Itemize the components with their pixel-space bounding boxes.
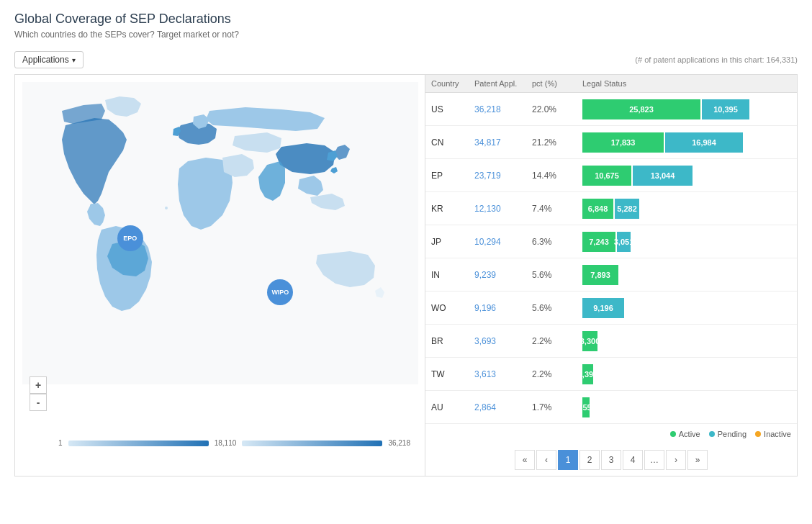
legend-active: Active [670, 430, 700, 438]
pct-value: 6.3% [532, 237, 582, 247]
table-row: EP 23,719 14.4% 10,67513,044 [425, 159, 797, 192]
table-row: JP 10,294 6.3% 7,2433,051 [425, 225, 797, 258]
legend-gradient-2 [242, 441, 382, 446]
patent-link[interactable]: 23,719 [474, 171, 501, 181]
pct-value: 5.6% [532, 270, 582, 280]
zoom-in-button[interactable]: + [30, 376, 47, 394]
patent-link[interactable]: 10,294 [474, 237, 501, 247]
col-country: Country [431, 79, 474, 88]
bar-container: 6,8485,282 [582, 199, 791, 219]
patent-link[interactable]: 9,196 [474, 303, 496, 313]
bar-container: 25,82310,395 [582, 99, 791, 119]
pending-label: Pending [718, 430, 746, 438]
pct-value: 2.2% [532, 369, 582, 379]
legend-gradient [68, 441, 209, 446]
page-1[interactable]: 1 [558, 450, 578, 470]
epo-label[interactable]: EPO [117, 225, 143, 251]
table-header: Country Patent Appl. pct (%) Legal Statu… [425, 75, 797, 93]
country-code: IN [431, 270, 474, 280]
patent-link[interactable]: 3,693 [474, 336, 496, 346]
active-bar: 6,848 [582, 199, 613, 219]
inactive-dot [755, 431, 761, 437]
page-first[interactable]: « [515, 450, 535, 470]
page-2[interactable]: 2 [579, 450, 600, 470]
table-row: AU 2,864 1.7% 1,551 [425, 391, 797, 424]
pending-bar: 9,196 [582, 298, 624, 318]
col-legal-status: Legal Status [582, 79, 791, 88]
active-bar: 10,675 [582, 166, 631, 186]
country-code: JP [431, 237, 474, 247]
bar-container: 2,396 [582, 364, 791, 384]
bar-container: 17,83316,984 [582, 132, 791, 153]
page-next[interactable]: › [666, 450, 686, 470]
table-row: BR 3,693 2.2% 3,300 [425, 325, 797, 358]
pct-value: 22.0% [532, 104, 582, 114]
pct-value: 1.7% [532, 402, 582, 412]
table-row: WO 9,196 5.6% 9,196 [425, 292, 797, 325]
pending-bar: 3,051 [617, 232, 631, 252]
pct-value: 5.6% [532, 303, 582, 313]
inactive-label: Inactive [764, 430, 791, 438]
col-pct: pct (%) [532, 79, 582, 88]
legend-inactive: Inactive [755, 430, 791, 438]
active-bar: 25,823 [582, 99, 700, 119]
chart-count: (# of patent applications in this chart:… [635, 55, 798, 64]
country-code: KR [431, 204, 474, 214]
pending-bar: 16,984 [665, 132, 743, 153]
pct-value: 2.2% [532, 336, 582, 346]
pending-bar: 13,044 [633, 166, 693, 186]
world-map-svg [22, 82, 418, 384]
patent-link[interactable]: 12,130 [474, 204, 501, 214]
patent-link[interactable]: 34,817 [474, 137, 501, 148]
patent-link[interactable]: 2,864 [474, 402, 496, 412]
pending-dot [709, 431, 715, 437]
legend-min: 1 [58, 439, 63, 447]
table-row: CN 34,817 21.2% 17,83316,984 [425, 126, 797, 159]
active-bar: 7,893 [582, 265, 618, 285]
country-code: BR [431, 336, 474, 346]
page-prev[interactable]: ‹ [536, 450, 556, 470]
active-bar: 2,396 [582, 364, 593, 384]
table-body: US 36,218 22.0% 25,82310,395 CN 34,817 2… [425, 93, 797, 424]
country-code: CN [431, 137, 474, 148]
pending-bar: 5,282 [615, 199, 639, 219]
bar-container: 7,893 [582, 265, 791, 285]
patent-link[interactable]: 36,218 [474, 104, 501, 114]
page-3[interactable]: 3 [601, 450, 621, 470]
active-dot [670, 431, 676, 437]
active-bar: 17,833 [582, 132, 664, 153]
page-last[interactable]: » [687, 450, 708, 470]
country-code: WO [431, 303, 474, 313]
pending-bar: 10,395 [702, 99, 749, 119]
map-section: EPO WIPO + - 1 18,110 36,218 [15, 75, 425, 476]
pct-value: 7.4% [532, 204, 582, 214]
wipo-label[interactable]: WIPO [267, 279, 293, 305]
page-title: Global Coverage of SEP Declarations [14, 12, 798, 27]
legend-pending: Pending [709, 430, 746, 438]
applications-dropdown[interactable]: Applications [14, 51, 84, 68]
country-code: AU [431, 402, 474, 412]
world-map-container: EPO WIPO + - 1 18,110 36,218 [22, 82, 418, 469]
page-4[interactable]: 4 [623, 450, 643, 470]
table-row: US 36,218 22.0% 25,82310,395 [425, 93, 797, 126]
bar-container: 9,196 [582, 298, 791, 318]
active-bar: 1,551 [582, 397, 590, 417]
patent-link[interactable]: 9,239 [474, 270, 496, 280]
zoom-out-button[interactable]: - [30, 394, 47, 411]
pct-value: 14.4% [532, 171, 582, 181]
bar-container: 3,300 [582, 331, 791, 351]
country-code: US [431, 104, 474, 114]
bar-container: 1,551 [582, 397, 791, 417]
table-row: KR 12,130 7.4% 6,8485,282 [425, 192, 797, 225]
patent-link[interactable]: 3,613 [474, 369, 496, 379]
active-bar: 3,300 [582, 331, 597, 351]
table-section: Country Patent Appl. pct (%) Legal Statu… [425, 75, 797, 476]
pagination: « ‹ 1 2 3 4 … › » [425, 444, 797, 476]
page-ellipsis: … [644, 450, 664, 470]
legend-max: 36,218 [388, 439, 410, 447]
svg-point-1 [90, 204, 94, 208]
country-code: EP [431, 171, 474, 181]
table-row: IN 9,239 5.6% 7,893 [425, 258, 797, 292]
bar-container: 7,2433,051 [582, 232, 791, 252]
country-code: TW [431, 369, 474, 379]
